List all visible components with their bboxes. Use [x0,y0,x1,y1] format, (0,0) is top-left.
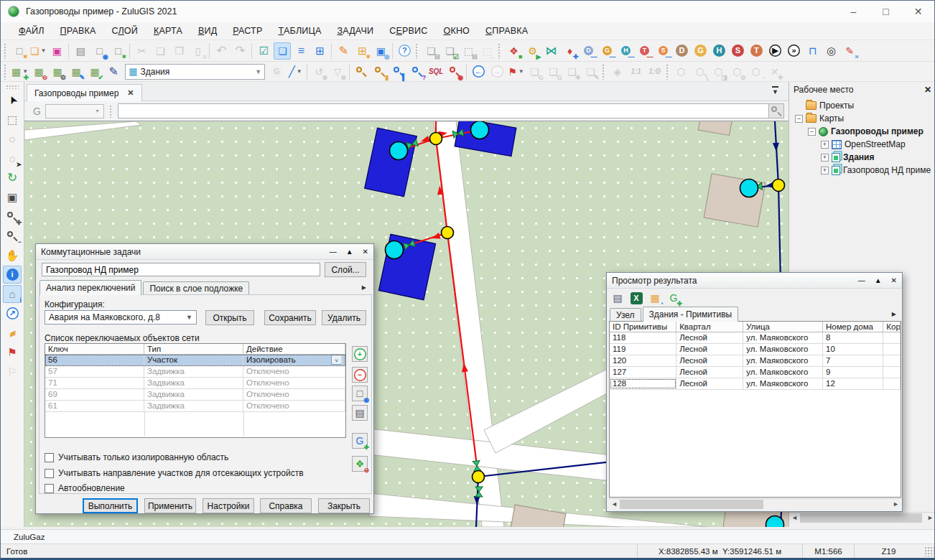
selection-undo-button[interactable]: ↺⊗ [310,63,327,80]
table-row[interactable]: 56УчастокИзолировать˅ [45,355,345,366]
palette-grip[interactable] [6,85,19,89]
collapse-icon[interactable]: − [808,128,816,136]
checkbox-icon[interactable] [45,469,54,478]
panel-legend-button[interactable]: ≡ [292,42,310,60]
menu-window[interactable]: ОКНО [435,26,478,36]
remove-entry-button[interactable]: − [351,366,368,383]
group-info-tool[interactable]: ⌂i [3,285,22,303]
tree-layer-buildings[interactable]: +Здания [789,151,935,164]
help-dialog-button[interactable]: Справка [260,498,312,513]
g-info-button[interactable]: G [268,63,285,80]
record-button[interactable]: ◎ [822,42,839,60]
net-pump-button[interactable]: ⚙▶ [524,42,541,60]
scroll-left-icon[interactable]: ◄ [609,499,620,510]
mode-d-button[interactable]: D [673,42,690,60]
table-new-button[interactable]: ⊞✶ [353,42,371,60]
zulugaz-panel-bar[interactable]: ZuluGaz [1,529,934,544]
scroll-right-icon[interactable]: ► [925,513,935,523]
menu-file[interactable]: ФАЙЛ [11,26,52,36]
print-frame-button[interactable]: ⬚↔ [478,42,496,60]
add-to-selection-button[interactable]: G✚ [665,289,682,307]
node-insert-button[interactable]: ✕✚ [766,63,783,80]
panel-explorer-button[interactable]: ❏ [274,42,291,60]
collapse-icon[interactable]: − [795,115,803,123]
checkbox-isolated-area[interactable]: Учитывать только изолированную область [45,452,228,462]
polygon-exclude-button[interactable]: ⬡⊘ [729,63,746,80]
help-button[interactable]: ? [396,42,413,60]
minimize-button[interactable]: – [837,1,870,22]
flag-clear-tool[interactable]: ⚐ [3,363,22,381]
mode-t-button[interactable]: T [748,42,765,60]
save-config-button[interactable]: Сохранить [264,310,316,325]
goto-tool[interactable]: ↗ [3,304,22,322]
print-select-button[interactable]: ⬚⊟ [460,42,477,60]
scroll-left-icon[interactable]: ◄ [789,513,800,523]
table-row[interactable]: 61ЗадвижкаОтключено [45,401,345,412]
panel-tasks-button[interactable]: ☑ [255,42,272,60]
chart-h-button[interactable]: H― [617,42,634,60]
tree-projects[interactable]: Проекты [789,99,935,112]
tasks-minimize-button[interactable]: — [330,244,337,260]
tab-list-button[interactable]: ▼ [772,86,778,95]
polygon-union-button[interactable]: ⬡ [673,63,690,80]
tab-search-underlay[interactable]: Поиск в слое подложке [143,281,249,295]
excel-export-button[interactable]: X [628,289,645,307]
workspace-hscrollbar[interactable]: ◄ ► [789,512,935,523]
maximize-button[interactable]: □ [870,1,902,22]
tab-buildings-primitives[interactable]: Здания - Примитивы [643,307,739,322]
info-tool[interactable]: i [3,266,22,284]
tree-layer-gas-nd[interactable]: +Газопровод НД приме [789,164,935,177]
print-region-button[interactable]: ❏☑ [441,42,458,60]
toolbar-grip[interactable] [4,64,7,80]
polygon-copy-button[interactable]: ⬡▫ [748,63,765,80]
switching-tasks-titlebar[interactable]: Коммутационные задачи —▲✕ [36,244,373,260]
find-window-button[interactable]: ▣◉ [372,42,389,60]
switch-objects-table[interactable]: КлючТипДействие56УчастокИзолировать˅57За… [45,343,346,438]
polygon-intersect-button[interactable]: ⬡◨ [710,63,727,80]
table-row[interactable]: 118Леснойул. Маяковского8 [610,332,901,344]
result-close-button[interactable]: ✕ [891,273,897,289]
layer-props-button[interactable]: ▦⚙ [49,63,66,80]
print-preview-button[interactable]: □◉ [90,42,108,60]
panel-add-button[interactable]: ⊞ [311,42,328,60]
menu-view[interactable]: ВИД [190,26,225,36]
chart-editor-button[interactable]: ✎≈ [841,42,858,60]
group-add-button[interactable]: ❏✚ [564,63,581,80]
checkbox-autorefresh[interactable]: Автообновление [45,483,125,493]
toolbar-grip[interactable] [666,64,669,80]
tag-button[interactable]: ◈ [609,63,626,80]
chart-t-button[interactable]: T― [636,42,653,60]
scroll-thumb[interactable] [620,500,763,509]
geocode-combobox[interactable]: ▼ [45,104,104,118]
find-in-layer-button[interactable]: ▮ [371,63,389,80]
layer-remove-button[interactable]: ▦⊖ [30,63,47,80]
tree-maps[interactable]: −Карты [789,112,935,125]
state-reset-button[interactable]: ❖⊖ [352,456,368,472]
find-button[interactable] [353,63,370,80]
tab-scroll-right-icon[interactable]: ▶ [362,284,366,291]
histogram-button[interactable]: ⊓ [804,42,821,60]
doc-tab-gas-example[interactable]: Газопроводы пример ✕ [27,84,142,101]
undo-button[interactable]: ↶ [213,42,230,60]
find-address-button[interactable]: ◉ [446,63,463,80]
group-edit-button[interactable]: ❏✎ [582,63,600,80]
menu-table[interactable]: ТАБЛИЦА [271,26,330,36]
print-map-button[interactable]: ❏⊟ [422,42,439,60]
play-button[interactable]: ▶ [766,42,783,60]
add-entry-button[interactable]: + [352,346,368,362]
draw-pen-button[interactable]: ╱▼ [287,63,304,80]
column-header[interactable]: Действие [243,344,345,354]
menu-layer[interactable]: СЛОЙ [104,26,146,36]
print-button[interactable]: ▤ [72,42,89,60]
menu-edit[interactable]: ПРАВКА [52,26,104,36]
network-layer-field[interactable] [42,263,320,276]
net-valve-button[interactable]: ⋈ [542,42,559,60]
scroll-thumb[interactable] [800,513,922,523]
config-combobox[interactable]: Авария на Маяковского, д.8 ▼ [45,310,197,325]
menu-help[interactable]: СПРАВКА [478,26,536,36]
action-combobox[interactable]: ˅ [331,355,342,365]
delete-button[interactable]: ▯≡ [189,42,206,60]
column-header[interactable]: Ключ [45,344,144,354]
menu-service[interactable]: СЕРВИС [381,26,435,36]
flag-tool[interactable]: ⚑ [3,343,22,361]
